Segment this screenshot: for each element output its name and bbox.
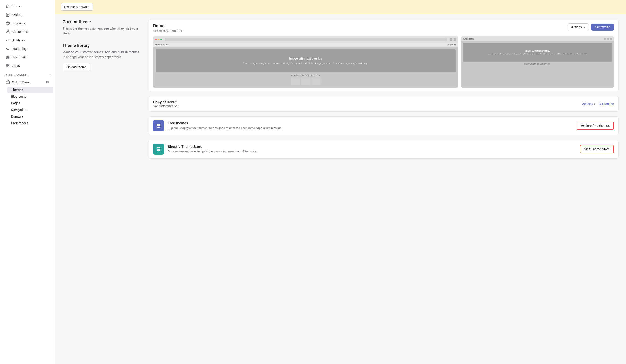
theme-card-actions: Actions ▼ Customize [568,23,614,31]
theme-name: Debut [153,23,182,28]
free-themes-icon [153,120,164,131]
preview-mobile-featured: FEATURED COLLECTION [463,63,612,65]
eye-icon[interactable] [46,80,49,85]
svg-rect-19 [6,81,9,84]
svg-rect-17 [6,66,8,67]
sidebar-item-apps[interactable]: Apps [2,62,53,70]
free-themes-desc: Explore Shopify's free themes, all desig… [168,126,573,130]
copy-customize-button[interactable]: Customize [599,102,614,106]
password-banner: Disable password [55,0,626,14]
svg-point-12 [8,58,9,58]
sidebar-label: Orders [12,13,22,17]
sidebar-item-home[interactable]: Home [2,2,53,10]
svg-point-21 [47,82,48,82]
sub-item-preferences[interactable]: Preferences [7,120,53,126]
sub-item-navigation[interactable]: Navigation [7,107,53,113]
svg-point-11 [7,56,8,57]
sidebar-item-discounts[interactable]: Discounts [2,53,53,61]
actions-button[interactable]: Actions ▼ [568,23,589,31]
svg-rect-15 [6,64,8,66]
theme-card-info: Debut Added: 02:57 am EST [153,23,182,33]
sub-item-pages[interactable]: Pages [7,100,53,106]
preview-url-bar [165,38,447,41]
preview-nav-links: Catalog [448,44,456,46]
sidebar-label: Discounts [12,55,27,59]
preview-mobile-content: Image with text overlay Use overlay text… [461,41,614,88]
preview-products-row [291,77,320,85]
theme-store-info: Shopify Theme Store Browse free and sele… [168,145,576,154]
theme-card-header: Debut Added: 02:57 am EST Actions ▼ Cust… [148,20,618,36]
sidebar-item-products[interactable]: Products [2,19,53,27]
theme-preview: AVADA-DEMO Catalog Image with text overl… [148,36,618,91]
preview-mobile-hero: Image with text overlay Use overlay text… [463,43,612,62]
sidebar-label: Marketing [12,47,27,51]
preview-product [291,77,300,85]
svg-point-7 [7,30,8,32]
sub-item-domains[interactable]: Domains [7,113,53,120]
preview-mobile-logo: AVADA-DEMO [463,38,474,40]
customers-icon [5,30,10,34]
explore-free-themes-button[interactable]: Explore free themes [577,122,614,130]
page-body: Current theme This is the theme customer… [55,14,626,164]
sidebar-item-orders[interactable]: Orders [2,11,53,19]
theme-meta: Added: 02:57 am EST [153,29,182,33]
preview-mobile-icon [610,38,612,40]
marketing-icon [5,46,10,51]
current-theme-card: Debut Added: 02:57 am EST Actions ▼ Cust… [148,20,619,92]
free-themes-info: Free themes Explore Shopify's free theme… [168,121,573,130]
sales-channels-label: SALES CHANNELS + [0,70,55,78]
preview-dot-yellow [157,39,159,40]
svg-point-20 [46,81,49,83]
preview-hero-desktop: Image with text overlay Use overlay text… [156,49,456,72]
chevron-down-icon: ▼ [593,103,596,105]
preview-icons [450,38,456,41]
copy-card-actions: Actions ▼ Customize [582,102,614,106]
add-sales-channel-button[interactable]: + [49,73,51,77]
left-column: Current theme This is the theme customer… [63,20,141,159]
online-store-icon [5,80,10,85]
preview-dot-red [155,39,157,40]
preview-dot-green [160,39,162,40]
preview-mobile-hero-text: Image with text overlay Use overlay text… [488,49,587,55]
sidebar-item-customers[interactable]: Customers [2,28,53,36]
theme-store-title: Shopify Theme Store [168,145,576,148]
free-themes-card: Free themes Explore Shopify's free theme… [148,116,619,135]
disable-password-button[interactable]: Disable password [61,3,93,11]
apps-icon [5,64,10,68]
analytics-icon [5,38,10,42]
preview-desktop: AVADA-DEMO Catalog Image with text overl… [153,36,458,88]
preview-brand-bar: AVADA-DEMO Catalog [153,43,458,47]
preview-mobile-icons [604,38,612,40]
sidebar-item-analytics[interactable]: Analytics [2,36,53,44]
discounts-icon [5,55,10,60]
theme-store-desc: Browse free and selected paid themes usi… [168,149,576,154]
sidebar-navigation: Home Orders Products Customers Analytics [0,0,55,129]
customize-button[interactable]: Customize [591,24,614,31]
preview-mobile-bar: AVADA-DEMO [461,36,614,41]
copy-actions-button[interactable]: Actions ▼ [582,102,596,106]
preview-mobile: AVADA-DEMO Image with text overlay [461,36,614,88]
sidebar-item-online-store[interactable]: Online Store [2,78,53,86]
sub-item-blog-posts[interactable]: Blog posts [7,93,53,100]
sidebar-label: Analytics [12,38,25,42]
sub-navigation: Themes Blog posts Pages Navigation Domai… [0,87,55,126]
preview-desktop-content: Image with text overlay Use overlay text… [153,47,458,88]
library-title: Theme library [63,43,141,48]
preview-icon [454,38,456,41]
preview-featured-label: FEATURED COLLECTION [291,74,320,76]
products-icon [5,21,10,26]
current-theme-title: Current theme [63,20,141,24]
preview-mobile-icon [607,38,609,40]
free-themes-title: Free themes [168,121,573,125]
sidebar-label: Products [12,21,25,25]
preview-icon [450,38,452,41]
sub-item-themes[interactable]: Themes [7,87,53,93]
sidebar-label: Home [12,4,21,8]
preview-product [311,77,320,85]
visit-theme-store-button[interactable]: Visit Theme Store [580,145,614,153]
chevron-down-icon: ▼ [583,26,586,29]
upload-theme-button[interactable]: Upload theme [63,63,90,71]
library-desc: Manage your store's themes. Add and publ… [63,50,141,60]
sidebar-item-marketing[interactable]: Marketing [2,45,53,53]
orders-icon [5,12,10,17]
